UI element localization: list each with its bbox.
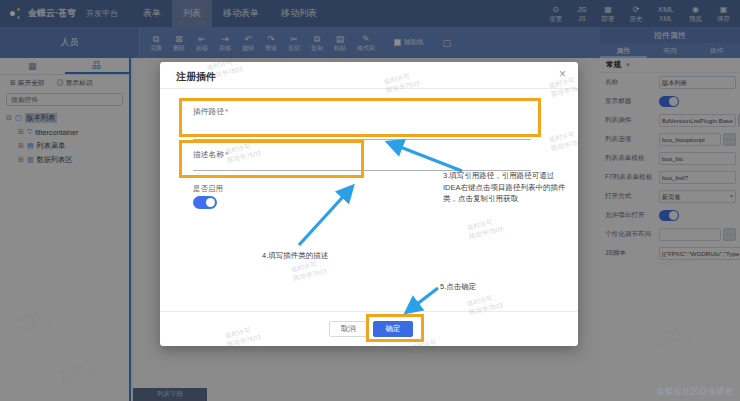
required-asterisk: * (225, 107, 228, 116)
divider (160, 88, 578, 89)
annotation-step3: 3.填写引用路径，引用路径可通过IDEA右键点击项目路径列表中的插件类，点击复制… (443, 170, 571, 205)
annotation-step4: 4.填写插件类的描述 (262, 250, 328, 262)
description-label: 描述名称* (193, 149, 228, 160)
app-root: 金蝶云·苍穹 开发平台 表单 列表 移动表单 移动列表 ⊙变更 JSJS ▦部署… (0, 0, 740, 401)
enable-toggle[interactable] (193, 196, 217, 209)
community-watermark: 金蝶云社区@雀哢卷 (656, 386, 733, 398)
plugin-path-label: 插件路径* (193, 106, 228, 117)
required-asterisk: * (225, 150, 228, 159)
annotation-step5: 5.点击确定 (440, 281, 476, 293)
close-icon[interactable]: × (559, 67, 566, 81)
enable-label: 是否启用 (193, 184, 223, 194)
plugin-path-input[interactable] (193, 139, 531, 140)
modal-title: 注册插件 (176, 70, 216, 84)
divider (160, 311, 578, 312)
ok-button[interactable]: 确定 (373, 321, 413, 337)
cancel-button[interactable]: 取消 (329, 321, 367, 337)
